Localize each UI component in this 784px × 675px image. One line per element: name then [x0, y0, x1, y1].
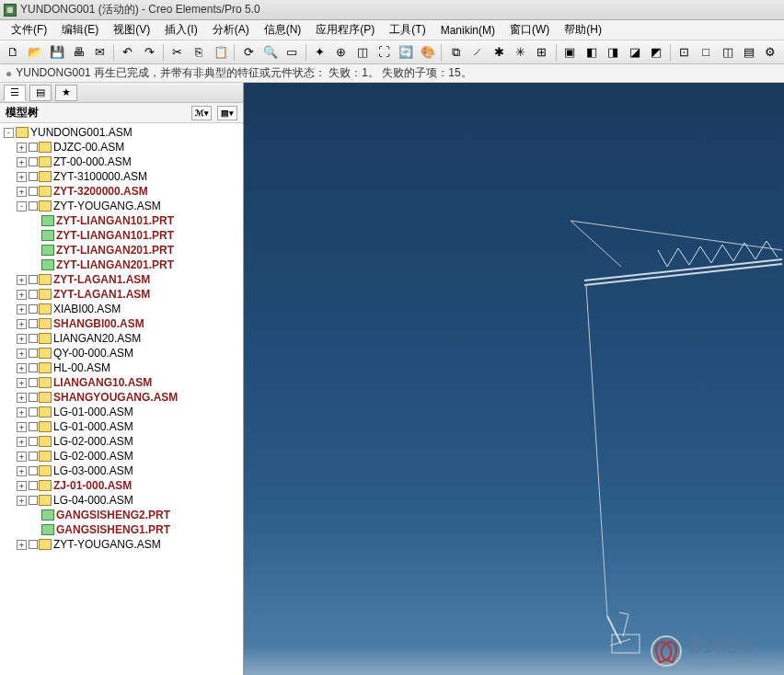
tree-item[interactable]: ZYT-LIANGAN101.PRT	[4, 228, 243, 243]
menu-info[interactable]: 信息(N)	[259, 20, 307, 40]
expander-icon[interactable]: +	[17, 319, 27, 329]
tree-item[interactable]: +LIANGANG10.ASM	[4, 375, 243, 390]
zoom-button[interactable]: ⊕	[331, 42, 351, 63]
save-button[interactable]: 💾	[47, 42, 66, 63]
box2-button[interactable]: ◫	[718, 42, 737, 63]
menu-tools[interactable]: 工具(T)	[384, 20, 431, 40]
menu-apps[interactable]: 应用程序(P)	[310, 20, 380, 40]
expander-icon[interactable]: +	[17, 349, 27, 359]
annotation-button[interactable]: ⊞	[532, 42, 551, 63]
tree-item[interactable]: +LG-03-000.ASM	[4, 463, 243, 478]
tree-item[interactable]: ZYT-LIANGAN101.PRT	[4, 213, 243, 228]
view-button[interactable]: ◫	[353, 42, 373, 63]
menu-view[interactable]: 视图(V)	[108, 20, 156, 40]
tree-item[interactable]: +LG-02-000.ASM	[4, 434, 243, 449]
expander-icon[interactable]: +	[17, 157, 27, 167]
menu-window[interactable]: 窗口(W)	[504, 20, 555, 40]
expander-icon[interactable]: +	[17, 407, 27, 418]
paste-button[interactable]: 📋	[211, 42, 230, 63]
tree-item[interactable]: +ZYT-YOUGANG.ASM	[4, 537, 243, 552]
tree-item[interactable]: -YUNDONG001.ASM	[4, 125, 243, 140]
box1-button[interactable]: □	[696, 42, 715, 63]
expander-icon[interactable]: +	[17, 304, 27, 315]
tree-item[interactable]: -ZYT-YOUGANG.ASM	[4, 199, 243, 213]
tree-item[interactable]: +ZT-00-000.ASM	[4, 154, 243, 169]
expander-icon[interactable]: +	[17, 540, 27, 550]
copy-button[interactable]: ⎘	[190, 42, 209, 63]
menu-edit[interactable]: 编辑(E)	[56, 20, 104, 40]
menu-file[interactable]: 文件(F)	[6, 20, 52, 40]
tree-item[interactable]: +LG-01-000.ASM	[4, 405, 243, 419]
wireframe-button[interactable]: ▣	[560, 42, 580, 63]
hidden-button[interactable]: ◧	[582, 42, 601, 63]
tree-item[interactable]: +DJZC-00.ASM	[4, 140, 243, 154]
datum-plane-button[interactable]: ⧉	[445, 42, 465, 63]
expander-icon[interactable]: +	[17, 466, 27, 476]
cut-button[interactable]: ✂	[167, 42, 187, 63]
expander-icon[interactable]: -	[17, 201, 27, 212]
expander-icon[interactable]: +	[17, 334, 27, 344]
datum-point-button[interactable]: ✱	[489, 42, 508, 63]
center-button[interactable]: ✦	[310, 42, 329, 63]
tree-item[interactable]: +LIANGAN20.ASM	[4, 331, 243, 346]
tree-item[interactable]: +SHANGBI00.ASM	[4, 316, 243, 331]
menu-insert[interactable]: 插入(I)	[159, 20, 202, 40]
expander-icon[interactable]: +	[17, 496, 27, 506]
expander-icon[interactable]: +	[17, 393, 27, 403]
menu-help[interactable]: 帮助(H)	[559, 20, 607, 40]
mail-button[interactable]: ✉	[90, 42, 110, 63]
tree-item[interactable]: +QY-00-000.ASM	[4, 346, 243, 360]
new-button[interactable]: 🗋	[4, 42, 23, 63]
expander-icon[interactable]: +	[17, 437, 27, 447]
redo-button[interactable]: ↷	[140, 42, 159, 63]
tree-item[interactable]: +LG-04-000.ASM	[4, 493, 243, 508]
expander-icon[interactable]: +	[17, 275, 27, 285]
tab-favorites[interactable]: ★	[55, 85, 77, 101]
expander-icon[interactable]: +	[17, 363, 27, 373]
regen-button[interactable]: ⟳	[238, 42, 258, 63]
tree-item[interactable]: +LG-02-000.ASM	[4, 449, 243, 463]
csys-button[interactable]: ✳	[511, 42, 530, 63]
search-button[interactable]: 🔍	[260, 42, 280, 63]
tree-item[interactable]: ZYT-LIANGAN201.PRT	[4, 243, 243, 257]
expander-icon[interactable]: +	[17, 378, 27, 388]
print-button[interactable]: 🖶	[68, 42, 87, 63]
tree-item[interactable]: +ZYT-3100000.ASM	[4, 169, 243, 184]
model-tree[interactable]: -YUNDONG001.ASM+DJZC-00.ASM+ZT-00-000.AS…	[0, 123, 243, 675]
box3-button[interactable]: ▤	[739, 42, 758, 63]
tree-item[interactable]: +SHANGYOUGANG.ASM	[4, 390, 243, 405]
shading-button[interactable]: ◪	[625, 42, 644, 63]
tree-item[interactable]: GANGSISHENG1.PRT	[4, 522, 243, 537]
tree-item[interactable]: GANGSISHENG2.PRT	[4, 508, 243, 522]
tree-item[interactable]: +HL-00.ASM	[4, 360, 243, 375]
expander-icon[interactable]: +	[17, 143, 27, 153]
tree-show-button[interactable]: ℳ▾	[191, 106, 212, 120]
expander-icon[interactable]: +	[17, 481, 27, 491]
tree-item[interactable]: +ZYT-LAGAN1.ASM	[4, 287, 243, 302]
tab-layers[interactable]: ▤	[29, 85, 52, 101]
tree-item[interactable]: +ZYT-3200000.ASM	[4, 184, 243, 199]
expander-icon[interactable]: +	[17, 452, 27, 462]
nohidden-button[interactable]: ◨	[604, 42, 623, 63]
spin-center-button[interactable]: ⊡	[674, 42, 694, 63]
expander-icon[interactable]: +	[17, 172, 27, 182]
menu-manikin[interactable]: Manikin(M)	[435, 22, 501, 39]
tab-tree[interactable]: ☰	[4, 85, 26, 101]
menu-analysis[interactable]: 分析(A)	[207, 20, 255, 40]
undo-button[interactable]: ↶	[118, 42, 137, 63]
expander-icon[interactable]: +	[17, 422, 27, 432]
orient-button[interactable]: 🔄	[397, 42, 416, 63]
tree-item[interactable]: +XIABI00.ASM	[4, 302, 243, 316]
tree-item[interactable]: +ZJ-01-000.ASM	[4, 478, 243, 493]
3d-viewport[interactable]: 野火论坛 www.proewildfire.cn	[244, 83, 784, 675]
expander-icon[interactable]: +	[17, 187, 27, 197]
enhanced-button[interactable]: ◩	[647, 42, 666, 63]
settings-button[interactable]: ⚙	[761, 42, 780, 63]
expander-icon[interactable]: +	[17, 290, 27, 300]
open-button[interactable]: 📂	[25, 42, 44, 63]
expander-icon[interactable]: -	[4, 128, 14, 138]
tree-item[interactable]: ZYT-LIANGAN201.PRT	[4, 257, 243, 272]
refit-button[interactable]: ⛶	[375, 42, 394, 63]
tree-settings-button[interactable]: ▤▾	[217, 106, 237, 120]
saved-view-button[interactable]: 🎨	[418, 42, 437, 63]
